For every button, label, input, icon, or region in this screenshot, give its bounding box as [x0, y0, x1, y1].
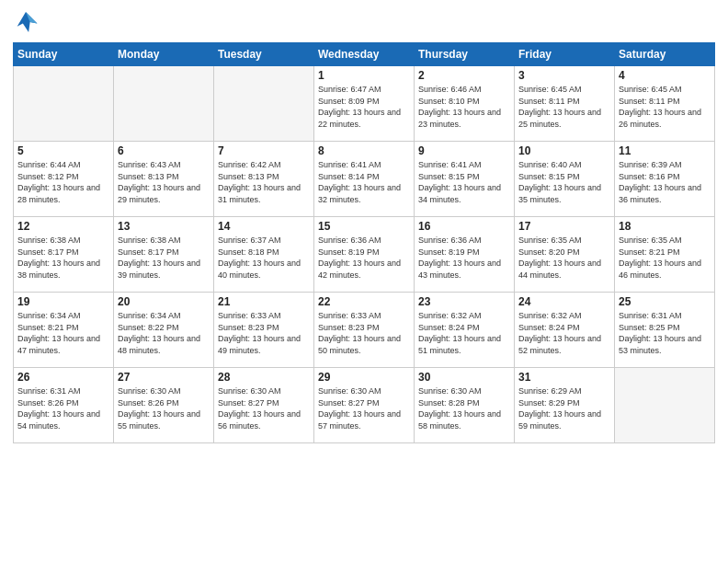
- day-number: 17: [518, 220, 610, 233]
- calendar-cell: 17Sunrise: 6:35 AM Sunset: 8:20 PM Dayli…: [515, 217, 615, 293]
- calendar-cell: 20Sunrise: 6:34 AM Sunset: 8:22 PM Dayli…: [114, 293, 214, 368]
- calendar-cell: 13Sunrise: 6:38 AM Sunset: 8:17 PM Dayli…: [114, 217, 214, 293]
- calendar-cell: 28Sunrise: 6:30 AM Sunset: 8:27 PM Dayli…: [214, 368, 314, 443]
- calendar-cell: 25Sunrise: 6:31 AM Sunset: 8:25 PM Dayli…: [615, 293, 715, 368]
- logo-bird-icon: [13, 9, 39, 35]
- weekday-header-friday: Friday: [515, 43, 615, 66]
- calendar-cell: 8Sunrise: 6:41 AM Sunset: 8:14 PM Daylig…: [314, 142, 415, 217]
- day-info: Sunrise: 6:36 AM Sunset: 8:19 PM Dayligh…: [418, 235, 510, 281]
- day-info: Sunrise: 6:32 AM Sunset: 8:24 PM Dayligh…: [418, 310, 510, 356]
- day-info: Sunrise: 6:37 AM Sunset: 8:18 PM Dayligh…: [218, 235, 310, 281]
- day-number: 16: [418, 220, 510, 233]
- calendar-cell: 1Sunrise: 6:47 AM Sunset: 8:09 PM Daylig…: [314, 66, 415, 142]
- weekday-header-wednesday: Wednesday: [314, 43, 415, 66]
- calendar-cell: 16Sunrise: 6:36 AM Sunset: 8:19 PM Dayli…: [415, 217, 515, 293]
- calendar-week-2: 12Sunrise: 6:38 AM Sunset: 8:17 PM Dayli…: [14, 217, 715, 293]
- day-number: 15: [318, 220, 410, 233]
- day-info: Sunrise: 6:41 AM Sunset: 8:14 PM Dayligh…: [318, 159, 410, 205]
- day-number: 3: [518, 69, 610, 82]
- calendar-cell: 2Sunrise: 6:46 AM Sunset: 8:10 PM Daylig…: [415, 66, 515, 142]
- day-info: Sunrise: 6:33 AM Sunset: 8:23 PM Dayligh…: [318, 310, 410, 356]
- weekday-header-sunday: Sunday: [14, 43, 114, 66]
- day-info: Sunrise: 6:39 AM Sunset: 8:16 PM Dayligh…: [619, 159, 711, 205]
- day-number: 11: [619, 144, 711, 157]
- calendar-cell: 26Sunrise: 6:31 AM Sunset: 8:26 PM Dayli…: [14, 368, 114, 443]
- day-info: Sunrise: 6:34 AM Sunset: 8:21 PM Dayligh…: [17, 310, 109, 356]
- weekday-header-row: SundayMondayTuesdayWednesdayThursdayFrid…: [14, 43, 715, 66]
- weekday-header-monday: Monday: [114, 43, 214, 66]
- day-info: Sunrise: 6:42 AM Sunset: 8:13 PM Dayligh…: [218, 159, 310, 205]
- day-info: Sunrise: 6:41 AM Sunset: 8:15 PM Dayligh…: [418, 159, 510, 205]
- day-info: Sunrise: 6:45 AM Sunset: 8:11 PM Dayligh…: [619, 84, 711, 130]
- page: SundayMondayTuesdayWednesdayThursdayFrid…: [0, 0, 728, 563]
- calendar-cell: 11Sunrise: 6:39 AM Sunset: 8:16 PM Dayli…: [615, 142, 715, 217]
- day-number: 22: [318, 295, 410, 308]
- calendar-cell: [615, 368, 715, 443]
- day-info: Sunrise: 6:34 AM Sunset: 8:22 PM Dayligh…: [118, 310, 210, 356]
- day-info: Sunrise: 6:30 AM Sunset: 8:27 PM Dayligh…: [218, 385, 310, 431]
- calendar-cell: 19Sunrise: 6:34 AM Sunset: 8:21 PM Dayli…: [14, 293, 114, 368]
- day-info: Sunrise: 6:46 AM Sunset: 8:10 PM Dayligh…: [418, 84, 510, 130]
- day-info: Sunrise: 6:33 AM Sunset: 8:23 PM Dayligh…: [218, 310, 310, 356]
- calendar-cell: 4Sunrise: 6:45 AM Sunset: 8:11 PM Daylig…: [615, 66, 715, 142]
- day-number: 28: [218, 371, 310, 384]
- calendar-cell: 7Sunrise: 6:42 AM Sunset: 8:13 PM Daylig…: [214, 142, 314, 217]
- day-info: Sunrise: 6:30 AM Sunset: 8:27 PM Dayligh…: [318, 385, 410, 431]
- calendar-week-1: 5Sunrise: 6:44 AM Sunset: 8:12 PM Daylig…: [14, 142, 715, 217]
- day-number: 5: [17, 144, 109, 157]
- day-info: Sunrise: 6:44 AM Sunset: 8:12 PM Dayligh…: [17, 159, 109, 205]
- day-number: 21: [218, 295, 310, 308]
- day-number: 30: [418, 371, 510, 384]
- day-info: Sunrise: 6:35 AM Sunset: 8:21 PM Dayligh…: [619, 235, 711, 281]
- day-info: Sunrise: 6:30 AM Sunset: 8:28 PM Dayligh…: [418, 385, 510, 431]
- calendar-cell: 10Sunrise: 6:40 AM Sunset: 8:15 PM Dayli…: [515, 142, 615, 217]
- day-info: Sunrise: 6:29 AM Sunset: 8:29 PM Dayligh…: [518, 385, 610, 431]
- header: [13, 9, 715, 35]
- day-number: 2: [418, 69, 510, 82]
- calendar-week-0: 1Sunrise: 6:47 AM Sunset: 8:09 PM Daylig…: [14, 66, 715, 142]
- day-number: 20: [118, 295, 210, 308]
- day-number: 18: [619, 220, 711, 233]
- calendar-cell: 9Sunrise: 6:41 AM Sunset: 8:15 PM Daylig…: [415, 142, 515, 217]
- calendar-cell: 15Sunrise: 6:36 AM Sunset: 8:19 PM Dayli…: [314, 217, 415, 293]
- day-number: 27: [118, 371, 210, 384]
- calendar-cell: 18Sunrise: 6:35 AM Sunset: 8:21 PM Dayli…: [615, 217, 715, 293]
- calendar-week-4: 26Sunrise: 6:31 AM Sunset: 8:26 PM Dayli…: [14, 368, 715, 443]
- weekday-header-thursday: Thursday: [415, 43, 515, 66]
- calendar-cell: [14, 66, 114, 142]
- calendar-cell: 14Sunrise: 6:37 AM Sunset: 8:18 PM Dayli…: [214, 217, 314, 293]
- day-number: 24: [518, 295, 610, 308]
- day-number: 1: [318, 69, 410, 82]
- calendar-cell: 3Sunrise: 6:45 AM Sunset: 8:11 PM Daylig…: [515, 66, 615, 142]
- day-number: 10: [518, 144, 610, 157]
- calendar: SundayMondayTuesdayWednesdayThursdayFrid…: [13, 42, 715, 443]
- day-info: Sunrise: 6:47 AM Sunset: 8:09 PM Dayligh…: [318, 84, 410, 130]
- day-info: Sunrise: 6:43 AM Sunset: 8:13 PM Dayligh…: [118, 159, 210, 205]
- calendar-cell: 31Sunrise: 6:29 AM Sunset: 8:29 PM Dayli…: [515, 368, 615, 443]
- calendar-cell: 5Sunrise: 6:44 AM Sunset: 8:12 PM Daylig…: [14, 142, 114, 217]
- day-number: 6: [118, 144, 210, 157]
- day-number: 31: [518, 371, 610, 384]
- calendar-cell: 12Sunrise: 6:38 AM Sunset: 8:17 PM Dayli…: [14, 217, 114, 293]
- day-info: Sunrise: 6:38 AM Sunset: 8:17 PM Dayligh…: [17, 235, 109, 281]
- calendar-cell: 24Sunrise: 6:32 AM Sunset: 8:24 PM Dayli…: [515, 293, 615, 368]
- day-info: Sunrise: 6:38 AM Sunset: 8:17 PM Dayligh…: [118, 235, 210, 281]
- day-info: Sunrise: 6:36 AM Sunset: 8:19 PM Dayligh…: [318, 235, 410, 281]
- day-info: Sunrise: 6:30 AM Sunset: 8:26 PM Dayligh…: [118, 385, 210, 431]
- day-number: 29: [318, 371, 410, 384]
- calendar-cell: [114, 66, 214, 142]
- day-info: Sunrise: 6:40 AM Sunset: 8:15 PM Dayligh…: [518, 159, 610, 205]
- calendar-cell: [214, 66, 314, 142]
- day-number: 23: [418, 295, 510, 308]
- day-info: Sunrise: 6:35 AM Sunset: 8:20 PM Dayligh…: [518, 235, 610, 281]
- day-info: Sunrise: 6:45 AM Sunset: 8:11 PM Dayligh…: [518, 84, 610, 130]
- day-number: 19: [17, 295, 109, 308]
- calendar-cell: 6Sunrise: 6:43 AM Sunset: 8:13 PM Daylig…: [114, 142, 214, 217]
- day-number: 9: [418, 144, 510, 157]
- logo: [13, 9, 42, 35]
- day-number: 26: [17, 371, 109, 384]
- day-info: Sunrise: 6:31 AM Sunset: 8:25 PM Dayligh…: [619, 310, 711, 356]
- day-number: 14: [218, 220, 310, 233]
- weekday-header-saturday: Saturday: [615, 43, 715, 66]
- weekday-header-tuesday: Tuesday: [214, 43, 314, 66]
